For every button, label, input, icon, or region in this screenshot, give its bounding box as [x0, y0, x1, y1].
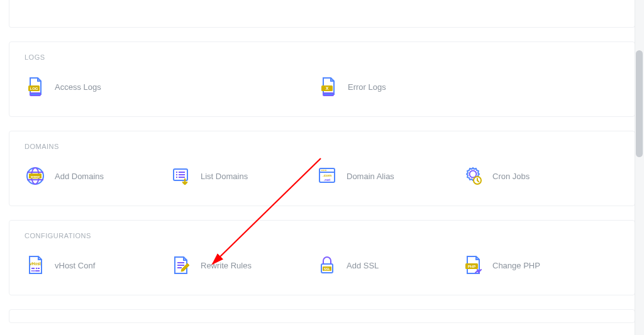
domains-panel: DOMAINS www Add Domains: [9, 131, 635, 206]
logs-panel: LOGS LOG Access Logs: [9, 41, 635, 117]
svg-point-30: [36, 268, 37, 269]
scrollbar-thumb[interactable]: [636, 50, 643, 157]
svg-text:SSL: SSL: [324, 267, 331, 271]
svg-text:.net: .net: [324, 178, 331, 182]
bottom-partial-panel: [9, 309, 635, 323]
domain-alias-label: Domain Alias: [347, 172, 394, 181]
svg-point-33: [33, 270, 35, 272]
error-logs-item[interactable]: X Error Logs: [318, 72, 611, 101]
cron-jobs-label: Cron Jobs: [492, 172, 530, 181]
svg-point-22: [323, 170, 325, 171]
access-logs-item[interactable]: LOG Access Logs: [25, 72, 318, 101]
list-domains-item[interactable]: List Domains: [170, 162, 316, 190]
domains-items: www Add Domains: [25, 162, 619, 190]
error-log-file-icon: X: [318, 76, 339, 97]
domain-alias-item[interactable]: .com .net Domain Alias: [316, 162, 462, 190]
globe-www-icon: www: [25, 165, 46, 187]
error-logs-label: Error Logs: [348, 82, 386, 92]
scrollbar-track[interactable]: [635, 0, 644, 335]
configurations-panel: CONFIGURATIONS vHost vH: [9, 220, 635, 295]
vhost-conf-item[interactable]: vHost vHost Conf: [25, 251, 170, 280]
svg-text:X: X: [326, 86, 329, 91]
vhost-file-icon: vHost: [25, 255, 46, 276]
svg-text:www: www: [30, 175, 40, 178]
logs-title: LOGS: [25, 53, 619, 61]
cron-jobs-item[interactable]: Cron Jobs: [462, 162, 608, 190]
logs-items: LOG Access Logs X Error Logs: [25, 72, 619, 101]
php-file-icon: PHP: [462, 255, 484, 276]
gear-clock-icon: [462, 165, 484, 187]
rewrite-rules-label: Rewrite Rules: [201, 261, 252, 270]
svg-point-23: [325, 170, 326, 171]
edit-file-icon: [170, 255, 192, 276]
change-php-label: Change PHP: [492, 261, 540, 270]
change-php-item[interactable]: PHP Change PHP: [462, 251, 608, 280]
vhost-conf-label: vHost Conf: [55, 261, 95, 270]
log-file-icon: LOG: [25, 76, 46, 97]
add-ssl-item[interactable]: SSL Add SSL: [316, 251, 462, 280]
rewrite-rules-item[interactable]: Rewrite Rules: [170, 251, 316, 280]
add-domains-label: Add Domains: [55, 172, 104, 181]
svg-text:LOG: LOG: [30, 87, 38, 91]
list-arrow-icon: [170, 165, 192, 187]
browser-domain-icon: .com .net: [316, 165, 338, 187]
svg-text:PHP: PHP: [468, 265, 475, 268]
svg-text:.com: .com: [323, 173, 331, 177]
top-partial-panel: [9, 0, 635, 28]
svg-text:vHost: vHost: [30, 261, 42, 266]
ssl-lock-icon: SSL: [316, 255, 338, 276]
add-ssl-label: Add SSL: [347, 261, 379, 270]
access-logs-label: Access Logs: [55, 82, 101, 92]
list-domains-label: List Domains: [201, 172, 248, 181]
configurations-items: vHost vHost Conf: [25, 251, 619, 280]
svg-point-21: [321, 170, 323, 171]
add-domains-item[interactable]: www Add Domains: [25, 162, 170, 190]
domains-title: DOMAINS: [25, 143, 619, 150]
configurations-title: CONFIGURATIONS: [25, 232, 619, 239]
